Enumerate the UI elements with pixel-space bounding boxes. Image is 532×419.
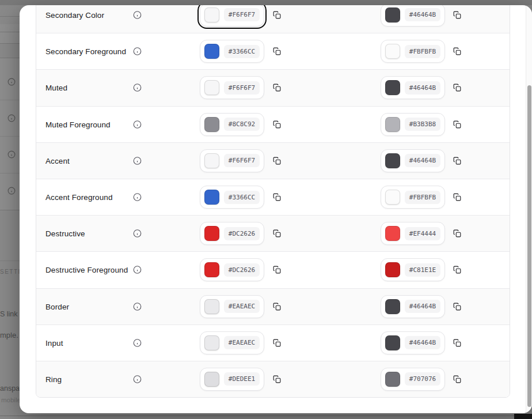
dark-color-picker-button[interactable]: #FBFBFB xyxy=(381,186,445,209)
info-circle-icon xyxy=(7,78,16,86)
info-circle-icon[interactable] xyxy=(133,266,142,274)
dark-color-swatch xyxy=(385,262,400,277)
light-color-swatch xyxy=(204,153,219,168)
dark-color-swatch xyxy=(385,44,400,59)
token-label: Destructive Foreground xyxy=(45,266,128,274)
table-row: Ring #DEDEE1 #707076 xyxy=(36,361,510,397)
table-row: Muted #F6F6F7 #46464B xyxy=(36,69,510,105)
token-label: Accent Foreground xyxy=(45,193,113,202)
table-row: Accent #F6F6F7 #46464B xyxy=(36,142,510,179)
copy-icon[interactable] xyxy=(272,10,282,20)
light-hex-value: #EAEAEC xyxy=(224,300,260,313)
copy-icon[interactable] xyxy=(452,265,462,275)
dark-color-picker-button[interactable]: #C81E1E xyxy=(381,258,445,281)
backdrop-divider xyxy=(0,136,20,137)
dark-color-picker-button[interactable]: #46464B xyxy=(381,149,445,172)
info-circle-icon[interactable] xyxy=(133,229,142,238)
copy-icon[interactable] xyxy=(452,301,462,312)
dark-color-picker-button[interactable]: #46464B xyxy=(381,5,445,27)
light-color-picker-button[interactable]: #DC2626 xyxy=(200,258,264,281)
info-circle-icon[interactable] xyxy=(133,10,142,19)
copy-icon[interactable] xyxy=(272,374,282,384)
light-hex-value: #3366CC xyxy=(224,45,260,58)
dark-color-swatch xyxy=(385,226,400,241)
copy-icon[interactable] xyxy=(272,156,282,166)
info-circle-icon[interactable] xyxy=(133,338,142,347)
light-color-picker-button[interactable]: #3366CC xyxy=(200,186,264,209)
dialog-scrollbar-thumb[interactable] xyxy=(527,85,531,407)
copy-icon[interactable] xyxy=(452,156,462,166)
info-circle-icon[interactable] xyxy=(133,375,142,383)
copy-icon[interactable] xyxy=(272,192,282,202)
dark-color-picker-button[interactable]: #EF4444 xyxy=(381,222,445,245)
light-color-picker-button[interactable]: #8C8C92 xyxy=(200,113,264,136)
token-label: Muted Foreground xyxy=(45,120,111,129)
copy-icon[interactable] xyxy=(452,338,462,348)
dark-hex-value: #EF4444 xyxy=(405,227,440,240)
dark-hex-value: #FBFBFB xyxy=(405,45,440,58)
light-color-swatch xyxy=(204,299,219,314)
backdrop-divider xyxy=(0,32,20,32)
dialog-scrollbar-track[interactable] xyxy=(526,5,532,413)
info-circle-icon[interactable] xyxy=(133,47,142,56)
copy-icon[interactable] xyxy=(452,119,462,130)
light-color-picker-button[interactable]: #DC2626 xyxy=(200,222,264,245)
info-circle-icon[interactable] xyxy=(133,193,142,202)
info-circle-icon xyxy=(7,187,16,195)
dark-hex-value: #46464B xyxy=(405,81,440,95)
dark-color-swatch xyxy=(385,117,400,132)
copy-icon[interactable] xyxy=(272,265,282,275)
light-color-picker-button[interactable]: #F6F6F7 xyxy=(200,5,264,27)
light-hex-value: #F6F6F7 xyxy=(224,154,260,167)
backdrop-mobile-text: mobile xyxy=(1,397,21,403)
backdrop-settings-heading: SETTIN xyxy=(0,269,20,275)
copy-icon[interactable] xyxy=(272,338,282,348)
light-color-picker-button[interactable]: #EAEAEC xyxy=(200,331,264,354)
light-color-picker-button[interactable]: #F6F6F7 xyxy=(200,76,264,99)
dark-color-picker-button[interactable]: #46464B xyxy=(381,76,445,99)
copy-icon[interactable] xyxy=(452,192,462,202)
token-label: Border xyxy=(45,302,69,311)
backdrop-top-band xyxy=(0,0,532,5)
light-color-picker-button[interactable]: #3366CC xyxy=(200,40,264,63)
copy-icon[interactable] xyxy=(272,82,282,93)
light-hex-value: #EAEAEC xyxy=(224,336,260,349)
dark-color-picker-button[interactable]: #46464B xyxy=(381,295,445,318)
dark-color-picker-button[interactable]: #707076 xyxy=(381,368,445,391)
light-color-swatch xyxy=(204,262,219,277)
backdrop-divider xyxy=(0,43,20,44)
light-color-picker-button[interactable]: #EAEAEC xyxy=(200,295,264,318)
info-circle-icon[interactable] xyxy=(133,302,142,311)
info-circle-icon xyxy=(7,150,16,158)
backdrop-divider xyxy=(0,210,20,210)
copy-icon[interactable] xyxy=(452,82,462,93)
token-label: Ring xyxy=(45,375,62,383)
dark-color-picker-button[interactable]: #46464B xyxy=(381,331,445,354)
backdrop-bottom-line xyxy=(0,416,514,416)
info-circle-icon[interactable] xyxy=(133,156,142,165)
table-row: Secondary Foreground #3366CC #FBFBFB xyxy=(36,33,510,69)
token-label: Accent xyxy=(45,156,70,165)
dark-color-swatch xyxy=(385,299,400,314)
copy-icon[interactable] xyxy=(452,46,462,56)
copy-icon[interactable] xyxy=(272,46,282,56)
copy-icon[interactable] xyxy=(452,10,462,20)
dark-color-swatch xyxy=(385,190,400,205)
info-circle-icon[interactable] xyxy=(133,84,142,92)
copy-icon[interactable] xyxy=(452,374,462,384)
info-circle-icon[interactable] xyxy=(133,120,142,129)
dark-color-picker-button[interactable]: #FBFBFB xyxy=(381,40,445,63)
light-color-picker-button[interactable]: #F6F6F7 xyxy=(200,149,264,172)
dark-color-picker-button[interactable]: #B3B3B8 xyxy=(381,113,445,136)
dark-color-swatch xyxy=(385,153,400,168)
light-color-picker-button[interactable]: #DEDEE1 xyxy=(200,368,264,391)
copy-icon[interactable] xyxy=(272,228,282,239)
copy-icon[interactable] xyxy=(272,119,282,130)
token-label: Secondary Color xyxy=(45,10,104,19)
dark-hex-value: #46464B xyxy=(405,336,440,349)
copy-icon[interactable] xyxy=(272,301,282,312)
light-color-swatch xyxy=(204,44,219,59)
copy-icon[interactable] xyxy=(452,228,462,239)
backdrop-dark-corner xyxy=(514,414,532,419)
dark-color-swatch xyxy=(385,7,400,22)
